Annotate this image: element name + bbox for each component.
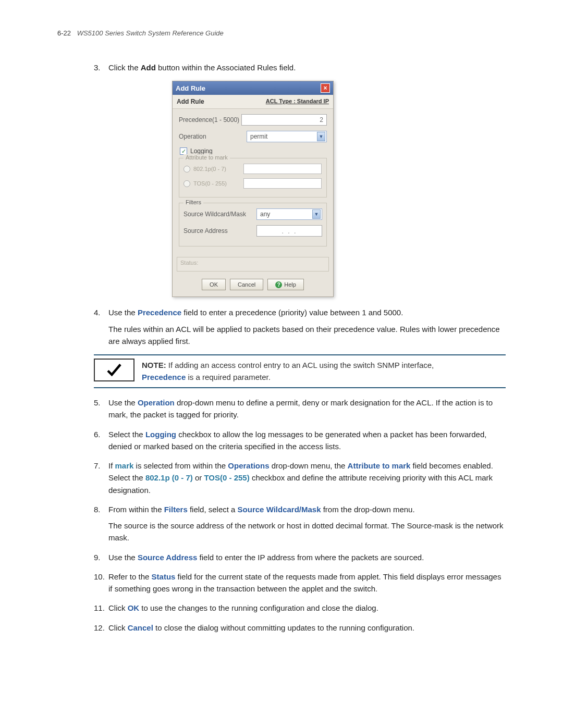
note-text: NOTE: If adding an access control entry … [142, 355, 506, 387]
swm-select[interactable]: any ▼ [256, 208, 322, 220]
attribute-legend: Attribute to mark [183, 154, 230, 161]
step-9: 9. Use the Source Address field to enter… [94, 551, 506, 563]
tos-row: TOS(0 - 255) [183, 178, 322, 189]
step-body: Click the Add button within the Associat… [108, 61, 506, 73]
ok-button[interactable]: OK [202, 279, 226, 290]
source-address-input[interactable]: . . . [256, 225, 322, 237]
filters-fieldset: Filters Source Wildcard/Mask any ▼ Sourc… [179, 203, 327, 246]
dialog-subheader: Add Rule ACL Type : Standard IP [173, 95, 333, 109]
dialog-title: Add Rule [176, 84, 205, 92]
step-12: 12. Click Cancel to close the dialog wit… [94, 622, 506, 634]
operation-value: permit [250, 133, 267, 140]
filters-legend: Filters [183, 199, 203, 205]
operation-label: Operation [179, 133, 247, 140]
tos-label: TOS(0 - 255) [193, 180, 240, 187]
precedence-row: Precedence(1 - 5000) [179, 114, 327, 126]
page-number: 6-22 [57, 29, 71, 37]
tos-input[interactable] [243, 178, 322, 189]
checkmark-icon [94, 359, 134, 381]
chevron-down-icon: ▼ [312, 209, 321, 219]
close-icon[interactable]: × [321, 83, 330, 93]
source-address-label: Source Address [183, 227, 256, 235]
step-4: 4. Use the Precedence field to enter a p… [94, 306, 506, 347]
attribute-fieldset: Attribute to mark 802.1p(0 - 7) TOS(0 - … [179, 158, 327, 198]
help-button[interactable]: ? Help [267, 279, 304, 290]
titlebar: Add Rule × [173, 81, 333, 95]
step-3: 3. Click the Add button within the Assoc… [94, 61, 506, 73]
note-box: NOTE: If adding an access control entry … [94, 354, 506, 388]
status-area: Status: [177, 257, 329, 272]
8021p-input[interactable] [243, 164, 322, 174]
logging-checkbox[interactable]: ✓ [180, 147, 187, 155]
8021p-label: 802.1p(0 - 7) [193, 166, 240, 172]
step-5: 5. Use the Operation drop-down menu to d… [94, 397, 506, 421]
add-rule-dialog: Add Rule × Add Rule ACL Type : Standard … [172, 81, 334, 297]
logging-row: ✓ Logging [180, 147, 327, 155]
precedence-label: Precedence(1 - 5000) [179, 116, 241, 124]
swm-row: Source Wildcard/Mask any ▼ [183, 208, 322, 220]
chevron-down-icon: ▼ [317, 132, 325, 141]
step-10: 10. Refer to the Status field for the cu… [94, 571, 506, 595]
swm-label: Source Wildcard/Mask [183, 211, 256, 218]
subhead-right: ACL Type : Standard IP [266, 98, 329, 105]
step-11: 11. Click OK to use the changes to the r… [94, 602, 506, 614]
step-4-para: The rules within an ACL will be applied … [108, 323, 506, 348]
content-area: 3. Click the Add button within the Assoc… [94, 61, 506, 641]
steps-lower: 5. Use the Operation drop-down menu to d… [94, 397, 506, 634]
swm-value: any [260, 211, 270, 218]
page-header: 6-22 WS5100 Series Switch System Referen… [57, 29, 224, 37]
operation-select[interactable]: permit ▼ [247, 131, 327, 142]
step-num: 3. [94, 61, 108, 73]
cancel-button[interactable]: Cancel [230, 279, 263, 290]
step-8: 8. From within the Filters field, select… [94, 503, 506, 544]
help-icon: ? [275, 281, 282, 288]
step-7: 7. If mark is selected from within the O… [94, 460, 506, 496]
add-bold: Add [141, 63, 156, 72]
precedence-input[interactable] [241, 114, 327, 126]
dialog-body: Precedence(1 - 5000) Operation permit ▼ … [173, 109, 333, 254]
source-address-row: Source Address . . . [183, 225, 322, 237]
subhead-left: Add Rule [177, 98, 204, 105]
8021p-radio[interactable] [183, 166, 190, 172]
tos-radio[interactable] [183, 180, 190, 187]
8021p-row: 802.1p(0 - 7) [183, 164, 322, 174]
button-row: OK Cancel ? Help [173, 276, 333, 297]
logging-label: Logging [190, 147, 213, 155]
doc-title: WS5100 Series Switch System Reference Gu… [77, 29, 224, 37]
operation-row: Operation permit ▼ [179, 131, 327, 142]
step-6: 6. Select the Logging checkbox to allow … [94, 428, 506, 453]
dialog-figure: Add Rule × Add Rule ACL Type : Standard … [172, 81, 506, 297]
